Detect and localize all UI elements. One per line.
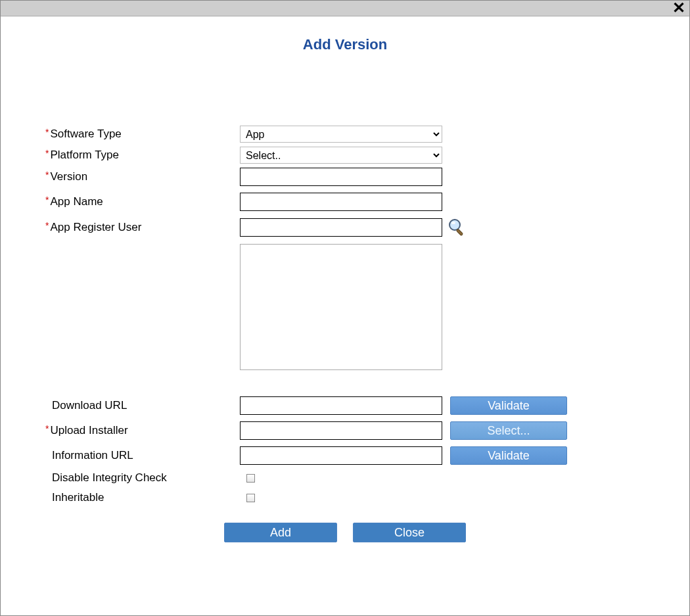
upload-installer-label: * Upload Installer — [43, 424, 240, 437]
required-marker: * — [45, 220, 49, 231]
search-icon[interactable] — [446, 218, 466, 237]
page-title: Add Version — [1, 36, 689, 53]
version-label: * Version — [43, 170, 240, 183]
content-area: Add Version * Software Type App * Platfo… — [1, 16, 689, 542]
titlebar: ✕ — [1, 1, 689, 16]
close-button[interactable]: Close — [353, 523, 466, 542]
add-button[interactable]: Add — [224, 523, 337, 542]
app-name-label: * App Name — [43, 195, 240, 208]
svg-point-0 — [449, 220, 460, 230]
platform-type-label: * Platform Type — [43, 149, 240, 162]
form: * Software Type App * Platform Type Sele… — [43, 126, 647, 542]
validate-info-button[interactable]: Validate — [450, 446, 567, 465]
download-url-label: Download URL — [43, 399, 240, 412]
svg-rect-2 — [456, 229, 463, 236]
required-marker: * — [45, 148, 49, 158]
required-marker: * — [45, 170, 49, 180]
version-input[interactable] — [240, 168, 442, 186]
app-register-user-input[interactable] — [240, 218, 442, 237]
select-file-button[interactable]: Select... — [450, 421, 567, 440]
disable-integrity-checkbox[interactable] — [246, 474, 255, 483]
required-marker: * — [45, 127, 49, 137]
download-url-input[interactable] — [240, 396, 442, 415]
dialog-window: ✕ Add Version * Software Type App * Plat… — [0, 0, 690, 616]
software-type-select[interactable]: App — [240, 126, 442, 143]
action-row: Add Close — [43, 523, 647, 542]
close-icon[interactable]: ✕ — [672, 2, 685, 14]
description-textarea[interactable] — [240, 244, 442, 370]
required-marker: * — [45, 195, 49, 205]
validate-download-button[interactable]: Validate — [450, 396, 567, 415]
svg-point-1 — [451, 222, 455, 224]
upload-installer-input[interactable] — [240, 421, 442, 440]
app-register-user-label: * App Register User — [43, 221, 240, 234]
software-type-label: * Software Type — [43, 128, 240, 141]
inheritable-checkbox[interactable] — [246, 494, 255, 502]
platform-type-select[interactable]: Select.. — [240, 147, 442, 164]
information-url-label: Information URL — [43, 449, 240, 462]
inheritable-label: Inheritable — [43, 491, 240, 504]
app-name-input[interactable] — [240, 193, 442, 211]
information-url-input[interactable] — [240, 446, 442, 465]
required-marker: * — [45, 423, 49, 434]
disable-integrity-label: Disable Integrity Check — [43, 471, 240, 485]
